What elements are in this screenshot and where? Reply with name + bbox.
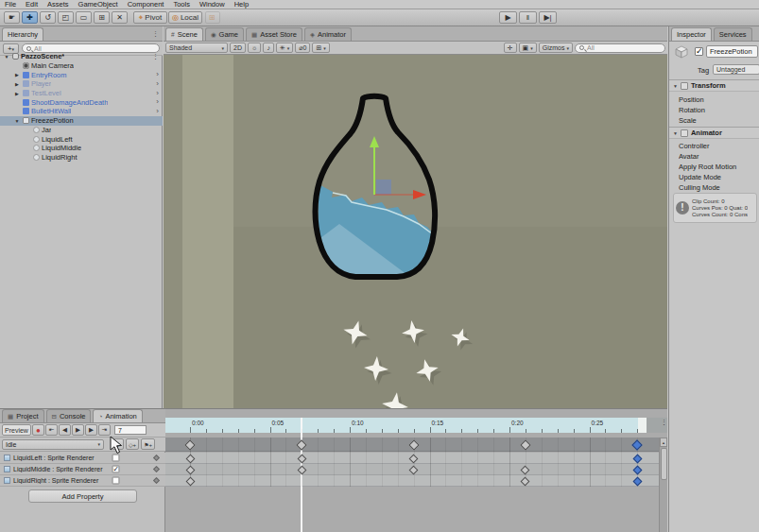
tab-console[interactable]: ⊟Console <box>46 409 92 422</box>
scene-search-input[interactable]: All <box>575 43 665 53</box>
menu-gameobject[interactable]: GameObject <box>74 0 123 9</box>
hierarchy-item-liquidright[interactable]: LiquidRight <box>0 153 163 163</box>
foldout-chevron-icon[interactable]: ▼ <box>673 83 678 89</box>
transform-component-header[interactable]: ▼ Transform <box>669 79 759 92</box>
goto-start-button[interactable]: ⇤ <box>45 424 58 436</box>
menu-assets[interactable]: Assets <box>43 0 74 9</box>
rotate-tool-button[interactable]: ↺ <box>40 11 56 24</box>
add-property-button[interactable]: Add Property <box>28 489 137 503</box>
hierarchy-item-player[interactable]: ▶Player› <box>0 79 163 89</box>
animator-component-header[interactable]: ▼ Animator <box>669 127 759 139</box>
transform-tool-button[interactable]: ⊞ <box>94 11 110 24</box>
timeline-ruler[interactable]: 0:000:050:100:150:200:25 <box>165 418 667 433</box>
keyframe-indicator-icon[interactable] <box>153 466 160 472</box>
hierarchy-item-liquidmiddle[interactable]: LiquidMiddle <box>0 144 163 153</box>
dopesheet-row[interactable] <box>165 475 659 487</box>
scene-menu-icon[interactable]: ⋮ <box>152 53 159 60</box>
menu-window[interactable]: Window <box>195 0 230 9</box>
hierarchy-item-jar[interactable]: Jar <box>0 126 163 135</box>
grid-settings-dropdown[interactable]: ⊞▾ <box>312 43 329 53</box>
tab-hierarchy[interactable]: Hierarchy <box>2 27 43 41</box>
scrollbar-thumb[interactable] <box>661 448 667 480</box>
prefab-open-arrow[interactable]: › <box>156 97 159 107</box>
tab-asset-store[interactable]: ▦Asset Store <box>246 27 302 41</box>
hierarchy-item-freezepotion[interactable]: ▼FreezePotion <box>0 116 163 126</box>
scale-tool-button[interactable]: ◰ <box>58 11 74 24</box>
hierarchy-item-shootdamageanddeath[interactable]: ShootDamageAndDeath› <box>0 97 163 107</box>
pivot-toggle-button[interactable]: ⌖Pivot <box>133 11 167 24</box>
chevron-right-icon[interactable]: ▶ <box>13 91 21 96</box>
keyframe-indicator-icon[interactable] <box>153 455 160 461</box>
prefab-open-arrow[interactable]: › <box>156 107 159 116</box>
property-enabled-checkbox[interactable] <box>112 455 120 462</box>
hierarchy-item-liquidleft[interactable]: LiquidLeft <box>0 134 163 144</box>
scene-camera-dropdown[interactable]: ▣▾ <box>519 43 537 53</box>
snap-button[interactable]: ⊞ <box>205 11 220 24</box>
gizmos-dropdown[interactable]: Gizmos▾ <box>539 43 573 53</box>
step-button[interactable]: ▶| <box>539 11 557 24</box>
add-event-button[interactable]: ⚑+ <box>141 438 155 450</box>
menu-component[interactable]: Component <box>123 0 169 9</box>
scene-viewport[interactable] <box>164 55 667 408</box>
toggle-2d-button[interactable]: 2D <box>230 43 246 53</box>
menu-help[interactable]: Help <box>230 0 253 9</box>
chevron-down-icon[interactable]: ▼ <box>3 54 10 60</box>
clip-dropdown[interactable]: Idle▾ <box>2 439 104 450</box>
custom-tool-button[interactable]: ✕ <box>112 11 128 24</box>
menu-file[interactable]: File <box>0 0 21 9</box>
local-toggle-button[interactable]: ◎Local <box>168 11 202 24</box>
menu-edit[interactable]: Edit <box>21 0 43 9</box>
tab-services[interactable]: Services <box>714 27 752 41</box>
play-animation-button[interactable]: ▶ <box>72 424 84 436</box>
goto-end-button[interactable]: ⇥ <box>98 424 111 436</box>
prefab-open-arrow[interactable]: › <box>156 79 159 89</box>
hierarchy-item-bullethitwall[interactable]: BulletHitWall› <box>0 107 163 116</box>
property-enabled-checkbox[interactable] <box>112 466 120 473</box>
tab-inspector[interactable]: Inspector <box>671 27 712 41</box>
gameobject-name-field[interactable]: FreezePotion <box>706 45 758 58</box>
scroll-up-arrow[interactable]: ▲ <box>660 438 667 447</box>
hierarchy-item-pazzoscene[interactable]: ▼PazzoScene*⋮ <box>0 52 163 61</box>
property-row-liquidmiddle[interactable]: LiquidMiddle : Sprite Renderer <box>0 464 165 475</box>
next-frame-button[interactable]: ▶ <box>85 424 97 436</box>
tab-game[interactable]: ◉Game <box>205 27 244 41</box>
property-enabled-checkbox[interactable] <box>112 477 120 485</box>
rect-tool-button[interactable]: ▭ <box>76 11 92 24</box>
editor-tools-icon[interactable]: ✛ <box>504 43 517 53</box>
hierarchy-item-testlevel[interactable]: ▶TestLevel› <box>0 89 163 98</box>
preview-toggle-button[interactable]: Preview <box>2 424 31 436</box>
current-frame-field[interactable]: 7 <box>114 425 147 435</box>
tab-project[interactable]: ▦Project <box>2 409 44 422</box>
prev-frame-button[interactable]: ◀ <box>59 424 71 436</box>
hand-tool-button[interactable]: ☛ <box>4 11 20 24</box>
hierarchy-item-main-camera[interactable]: Main Camera <box>0 61 163 71</box>
scene-fx-dropdown[interactable]: ✳▾ <box>276 43 293 53</box>
foldout-chevron-icon[interactable]: ▼ <box>673 130 678 136</box>
chevron-right-icon[interactable]: ▶ <box>13 81 21 87</box>
tag-dropdown[interactable]: Untagged <box>713 64 759 75</box>
chevron-down-icon[interactable]: ▼ <box>13 118 21 124</box>
record-button[interactable]: ● <box>32 424 44 436</box>
timeline-scrollbar[interactable]: ▲ <box>659 438 667 532</box>
tab-animation[interactable]: ◔Animation <box>93 409 142 422</box>
play-button[interactable]: ▶ <box>499 11 517 24</box>
hierarchy-item-entryroom[interactable]: ▶EntryRoom› <box>0 70 163 79</box>
tab-animator[interactable]: ◈Animator <box>304 27 352 41</box>
property-row-liquidleft[interactable]: LiquidLeft : Sprite Renderer <box>0 453 165 464</box>
timeline-options-icon[interactable]: ⋮ <box>661 419 667 426</box>
scene-audio-icon[interactable]: ♪ <box>263 43 274 53</box>
hierarchy-menu-icon[interactable]: ⋮ <box>152 30 159 38</box>
shading-mode-dropdown[interactable]: Shaded▾ <box>165 43 228 53</box>
menu-tools[interactable]: Tools <box>168 0 195 9</box>
move-tool-button[interactable]: ✚ <box>22 11 38 24</box>
scene-lighting-icon[interactable]: ☼ <box>248 43 261 53</box>
prefab-open-arrow[interactable]: › <box>156 70 159 79</box>
property-row-liquidright[interactable]: LiquidRight : Sprite Renderer <box>0 475 165 487</box>
scene-visibility-icon[interactable]: ⌀0 <box>295 43 310 53</box>
chevron-right-icon[interactable]: ▶ <box>13 72 21 77</box>
keyframe-indicator-icon[interactable] <box>153 477 160 484</box>
gameobject-active-checkbox[interactable] <box>695 47 703 56</box>
pause-button[interactable]: ‖ <box>519 11 537 24</box>
prefab-open-arrow[interactable]: › <box>156 89 159 98</box>
tab-scene[interactable]: #Scene <box>165 27 203 41</box>
